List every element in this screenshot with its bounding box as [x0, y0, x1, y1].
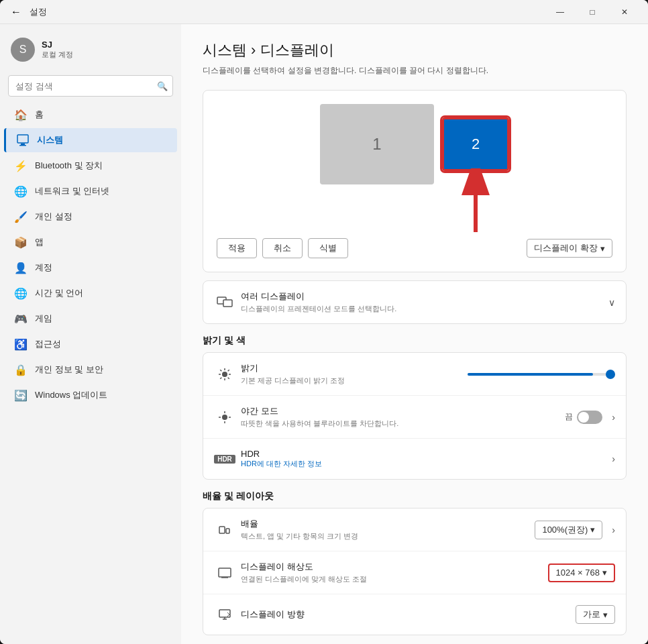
multiple-display-icon	[214, 297, 235, 309]
main-content: 시스템 › 디스플레이 디스플레이를 선택하여 설정을 변경합니다. 디스플레이…	[181, 24, 648, 644]
display-previews: 1 2	[217, 104, 612, 184]
orientation-icon	[214, 608, 235, 621]
nightmode-toggle-group: 끔 ›	[565, 411, 615, 424]
sidebar-item-label: Bluetooth 및 장치	[35, 160, 103, 172]
sidebar-item-gaming[interactable]: 🎮 게임	[4, 307, 177, 331]
sidebar-item-label: 계정	[35, 262, 52, 274]
brightness-desc: 기본 제공 디스플레이 밝기 조정	[241, 376, 428, 386]
search-box: 🔍	[8, 75, 173, 97]
nightmode-status: 끔	[565, 411, 573, 423]
sidebar-item-label: 개인 설정	[35, 211, 72, 223]
scale-row[interactable]: 배율 텍스트, 앱 및 기타 항목의 크기 변경 100%(권장) ▾ ›	[203, 508, 626, 551]
home-icon: 🏠	[15, 109, 27, 121]
layout-card: 배율 텍스트, 앱 및 기타 항목의 크기 변경 100%(권장) ▾ ›	[203, 508, 627, 635]
scale-dropdown[interactable]: 100%(권장) ▾	[535, 521, 602, 539]
resolution-row[interactable]: 디스플레이 해상도 연결된 디스플레이에 맞게 해상도 조절 1024 × 76…	[203, 551, 626, 594]
nightmode-toggle[interactable]	[577, 411, 602, 424]
resolution-desc: 연결된 디스플레이에 맞게 해상도 조절	[241, 574, 548, 584]
restore-button[interactable]: □	[577, 0, 608, 24]
sidebar-item-privacy[interactable]: 🔒 개인 정보 및 보안	[4, 358, 177, 382]
orientation-value: 가로	[583, 608, 600, 621]
brightness-slider[interactable]	[428, 373, 615, 376]
sidebar-item-label: 접근성	[35, 338, 61, 350]
expand-button[interactable]: 디스플레이 확장 ▾	[527, 239, 612, 258]
slider-fill	[468, 373, 593, 376]
hdr-text: HDR HDR에 대한 자세한 정보	[241, 449, 606, 469]
display-2-preview[interactable]: 2	[442, 117, 509, 171]
hdr-icon: HDR	[214, 455, 235, 464]
sidebar-item-accounts[interactable]: 👤 계정	[4, 256, 177, 280]
sidebar-item-update[interactable]: 🔄 Windows 업데이트	[4, 383, 177, 407]
accounts-icon: 👤	[15, 262, 27, 274]
display-1-preview[interactable]: 1	[320, 104, 434, 184]
svg-rect-1	[21, 144, 25, 145]
sidebar-item-network[interactable]: 🌐 네트워크 및 인터넷	[4, 179, 177, 203]
svg-rect-22	[226, 529, 229, 533]
sidebar-item-label: 개인 정보 및 보안	[35, 364, 103, 376]
nightmode-row[interactable]: 야간 모드 따뜻한 색을 사용하여 블루라이트를 차단합니다. 끔 ›	[203, 396, 626, 439]
update-icon: 🔄	[15, 389, 27, 401]
brightness-row: 밝기 기본 제공 디스플레이 밝기 조정	[203, 353, 626, 396]
sidebar-item-accessibility[interactable]: ♿ 접근성	[4, 332, 177, 356]
hdr-row[interactable]: HDR HDR HDR에 대한 자세한 정보 ›	[203, 439, 626, 479]
sidebar-item-home[interactable]: 🏠 홈	[4, 103, 177, 127]
toggle-knob	[578, 412, 589, 423]
hdr-label: HDR	[241, 449, 606, 459]
sidebar-item-label: 네트워크 및 인터넷	[35, 185, 109, 197]
accessibility-icon: ♿	[15, 338, 27, 350]
close-button[interactable]: ✕	[609, 0, 640, 24]
hdr-desc[interactable]: HDR에 대한 자세한 정보	[241, 459, 606, 469]
settings-window: ← 설정 — □ ✕ S SJ 로컬 계정 🔍	[0, 0, 648, 644]
resolution-text: 디스플레이 해상도 연결된 디스플레이에 맞게 해상도 조절	[241, 561, 548, 584]
window-title: 설정	[30, 6, 545, 18]
minimize-button[interactable]: —	[545, 0, 576, 24]
breadcrumb: 시스템 › 디스플레이	[203, 40, 627, 60]
search-input[interactable]	[8, 75, 173, 97]
nightmode-desc: 따뜻한 색을 사용하여 블루라이트를 차단합니다.	[241, 419, 565, 429]
svg-point-7	[222, 372, 227, 377]
arrow-indicator	[455, 168, 496, 238]
slider-track	[468, 373, 615, 376]
brightness-section-title: 밝기 및 색	[203, 335, 627, 347]
apps-icon: 📦	[15, 236, 27, 248]
bluetooth-icon: ⚡	[15, 160, 27, 172]
identify-button[interactable]: 식별	[308, 238, 348, 258]
scale-text: 배율 텍스트, 앱 및 기타 항목의 크기 변경	[241, 518, 535, 541]
multiple-display-card: 여러 디스플레이 디스플레이의 프레젠테이션 모드를 선택합니다. ∨	[203, 280, 627, 324]
user-role: 로컬 계정	[42, 50, 73, 60]
window-content: S SJ 로컬 계정 🔍 🏠 홈	[0, 24, 648, 644]
chevron-down-icon: ▾	[603, 610, 608, 620]
chevron-down-icon: ∨	[608, 297, 615, 308]
svg-line-12	[220, 370, 221, 371]
sidebar: S SJ 로컬 계정 🔍 🏠 홈	[0, 24, 181, 644]
multiple-display-row[interactable]: 여러 디스플레이 디스플레이의 프레젠테이션 모드를 선택합니다. ∨	[203, 281, 626, 323]
orientation-row[interactable]: 디스플레이 방향 가로 ▾	[203, 594, 626, 635]
expand-label: 디스플레이 확장	[534, 242, 598, 254]
sidebar-item-bluetooth[interactable]: ⚡ Bluetooth 및 장치	[4, 154, 177, 178]
sidebar-item-apps[interactable]: 📦 앱	[4, 230, 177, 254]
sidebar-item-label: 게임	[35, 313, 52, 325]
svg-rect-6	[223, 300, 232, 307]
resolution-dropdown[interactable]: 1024 × 768 ▾	[548, 564, 615, 582]
sidebar-item-label: 시스템	[37, 134, 63, 146]
apply-button[interactable]: 적용	[217, 238, 257, 258]
network-icon: 🌐	[15, 185, 27, 197]
svg-line-14	[228, 370, 229, 371]
back-button[interactable]: ←	[8, 4, 24, 20]
cancel-button[interactable]: 취소	[262, 238, 303, 258]
multiple-display-title: 여러 디스플레이	[241, 290, 603, 303]
sidebar-item-label: 앱	[35, 236, 44, 248]
sidebar-item-time[interactable]: 🌐 시간 및 언어	[4, 281, 177, 305]
time-icon: 🌐	[15, 287, 27, 299]
resolution-icon	[214, 566, 235, 580]
svg-rect-2	[19, 145, 26, 146]
system-icon	[17, 134, 29, 146]
orientation-dropdown[interactable]: 가로 ▾	[576, 605, 615, 624]
display-actions: 적용 취소 식별 디스플레이 확장 ▾	[217, 238, 612, 258]
sidebar-item-system[interactable]: 시스템	[4, 128, 177, 152]
sidebar-item-personalize[interactable]: 🖌️ 개인 설정	[4, 205, 177, 229]
multiple-display-desc: 디스플레이의 프레젠테이션 모드를 선택합니다.	[241, 304, 603, 314]
chevron-down-icon: ▾	[600, 244, 605, 254]
svg-line-13	[228, 377, 229, 378]
slider-thumb[interactable]	[606, 370, 615, 379]
